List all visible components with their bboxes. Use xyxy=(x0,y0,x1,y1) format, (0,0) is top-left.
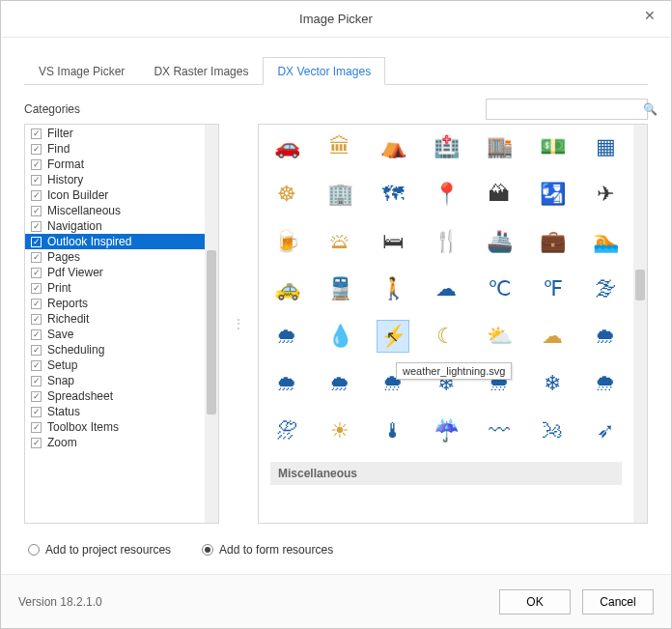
search-input[interactable] xyxy=(490,102,643,116)
walk-icon[interactable]: 🚶 xyxy=(377,272,409,305)
checkbox-icon[interactable]: ✓ xyxy=(31,252,42,263)
checkbox-icon[interactable]: ✓ xyxy=(31,314,42,325)
search-box[interactable]: 🔍 xyxy=(486,99,648,120)
checkbox-icon[interactable]: ✓ xyxy=(31,129,42,139)
partly-cloud-icon[interactable]: ⛅ xyxy=(483,320,516,353)
column-icon[interactable]: 🏛 xyxy=(323,130,356,163)
waves-icon[interactable]: 〰 xyxy=(483,415,516,447)
checkbox-icon[interactable]: ✓ xyxy=(31,190,42,201)
storm-icon[interactable]: ⛈ xyxy=(270,415,303,447)
thermometer-icon[interactable]: 🌡 xyxy=(377,415,409,447)
category-item[interactable]: ✓Format xyxy=(25,157,205,172)
checkbox-icon[interactable]: ✓ xyxy=(31,407,42,417)
category-item[interactable]: ✓Reports xyxy=(25,296,205,311)
radio-button-project[interactable] xyxy=(28,544,40,556)
mountain-icon[interactable]: 🏔 xyxy=(483,178,516,211)
taxi-icon[interactable]: 🚕 xyxy=(270,272,303,305)
tab-1[interactable]: DX Raster Images xyxy=(139,57,263,84)
checkbox-icon[interactable]: ✓ xyxy=(31,422,42,433)
checkbox-icon[interactable]: ✓ xyxy=(31,438,42,448)
icon-scrollbar[interactable] xyxy=(633,125,647,523)
tab-2[interactable]: DX Vector Images xyxy=(263,57,385,85)
categories-scrollbar[interactable] xyxy=(205,125,218,523)
reserved-icon[interactable]: ▦ xyxy=(589,130,622,163)
radio-button-form[interactable] xyxy=(202,544,213,556)
ok-button[interactable]: OK xyxy=(499,589,571,615)
checkbox-icon[interactable]: ✓ xyxy=(31,360,42,371)
checkbox-icon[interactable]: ✓ xyxy=(31,376,42,386)
icon-scroll-thumb[interactable] xyxy=(635,270,645,300)
category-item[interactable]: ✓Print xyxy=(25,280,205,296)
category-item[interactable]: ✓Status xyxy=(25,404,205,419)
snow3-icon[interactable]: ❄ xyxy=(536,367,569,400)
compass-icon[interactable]: ➶ xyxy=(589,415,622,447)
cancel-button[interactable]: Cancel xyxy=(582,589,654,615)
checkbox-icon[interactable]: ✓ xyxy=(31,299,42,309)
category-item[interactable]: ✓Icon Builder xyxy=(25,187,205,203)
splitter[interactable]: ⋮ xyxy=(235,124,242,524)
checkbox-icon[interactable]: ✓ xyxy=(31,329,42,340)
category-item[interactable]: ✓Pages xyxy=(25,249,205,265)
category-item[interactable]: ✓Richedit xyxy=(25,311,205,327)
checkbox-icon[interactable]: ✓ xyxy=(31,268,42,278)
car-icon[interactable]: 🚗 xyxy=(270,130,303,163)
icon-grid[interactable]: 🚗🏛⛺🏥🏬💵▦☸🏢🗺📍🏔🛂✈🍺🛎🛏🍴🚢💼🏊🚕🚆🚶☁℃℉🌫🌧💧⚡☾⛅☁🌧🌧🌧🌨❄🌨… xyxy=(259,125,633,523)
checkbox-icon[interactable]: ✓ xyxy=(31,206,42,216)
radio-add-form[interactable]: Add to form resources xyxy=(202,543,333,557)
wind-icon[interactable]: 🌬 xyxy=(536,415,569,447)
celsius-icon[interactable]: ℃ xyxy=(483,272,516,305)
showers-icon[interactable]: 🌧 xyxy=(323,367,356,400)
category-item[interactable]: ✓Snap xyxy=(25,373,205,388)
office-icon[interactable]: 🏢 xyxy=(323,178,356,211)
close-icon[interactable]: ✕ xyxy=(640,8,659,23)
category-item[interactable]: ✓Toolbox Items xyxy=(25,419,205,435)
category-item[interactable]: ✓Navigation xyxy=(25,218,205,234)
category-item[interactable]: ✓Save xyxy=(25,327,205,342)
checkbox-icon[interactable]: ✓ xyxy=(31,283,42,294)
ship-icon[interactable]: 🚢 xyxy=(483,225,516,258)
category-item[interactable]: ✓Filter xyxy=(25,126,205,141)
tab-0[interactable]: VS Image Picker xyxy=(24,57,139,84)
category-item[interactable]: ✓Outlook Inspired xyxy=(25,234,205,249)
hospital-icon[interactable]: 🏥 xyxy=(430,130,462,163)
drizzle-icon[interactable]: 🌧 xyxy=(270,367,303,400)
checkbox-icon[interactable]: ✓ xyxy=(31,237,42,247)
category-item[interactable]: ✓Scheduling xyxy=(25,342,205,357)
rain-heavy-icon[interactable]: 🌧 xyxy=(589,320,622,353)
hail-icon[interactable]: 🌧 xyxy=(270,320,303,353)
category-item[interactable]: ✓History xyxy=(25,172,205,187)
category-item[interactable]: ✓Spreadsheet xyxy=(25,388,205,404)
categories-scroll-thumb[interactable] xyxy=(207,250,216,415)
ship-wheel-icon[interactable]: ☸ xyxy=(270,178,303,211)
umbrella-icon[interactable]: ☔ xyxy=(430,415,462,447)
category-item[interactable]: ✓Zoom xyxy=(25,435,205,450)
category-item[interactable]: ✓Find xyxy=(25,141,205,157)
radio-add-project[interactable]: Add to project resources xyxy=(28,543,171,557)
category-item[interactable]: ✓Setup xyxy=(25,357,205,373)
moon-icon[interactable]: ☾ xyxy=(430,320,462,353)
pin-icon[interactable]: 📍 xyxy=(430,178,462,211)
store-icon[interactable]: 🏬 xyxy=(483,130,516,163)
dish-icon[interactable]: 🛎 xyxy=(323,225,356,258)
checkbox-icon[interactable]: ✓ xyxy=(31,221,42,232)
sun-icon[interactable]: ☀ xyxy=(323,415,356,447)
categories-list[interactable]: ✓Filter✓Find✓Format✓History✓Icon Builder… xyxy=(25,125,205,523)
fahrenheit-icon[interactable]: ℉ xyxy=(536,272,569,305)
category-item[interactable]: ✓Pdf Viewer xyxy=(25,265,205,280)
checkbox-icon[interactable]: ✓ xyxy=(31,175,42,186)
beer-icon[interactable]: 🍺 xyxy=(270,225,303,258)
swim-icon[interactable]: 🏊 xyxy=(589,225,622,258)
category-item[interactable]: ✓Miscellaneous xyxy=(25,203,205,218)
checkbox-icon[interactable]: ✓ xyxy=(31,159,42,170)
snow4-icon[interactable]: 🌨 xyxy=(589,367,622,400)
bed-icon[interactable]: 🛏 xyxy=(377,225,409,258)
map-icon[interactable]: 🗺 xyxy=(377,178,409,211)
search-icon[interactable]: 🔍 xyxy=(643,102,658,116)
cloud-icon[interactable]: ☁ xyxy=(430,272,462,305)
tent-icon[interactable]: ⛺ xyxy=(377,130,409,163)
fog-icon[interactable]: 🌫 xyxy=(589,272,622,305)
train-icon[interactable]: 🚆 xyxy=(323,272,356,305)
partly-cloud-night-icon[interactable]: ☁ xyxy=(536,320,569,353)
checkbox-icon[interactable]: ✓ xyxy=(31,391,42,402)
plane-icon[interactable]: ✈ xyxy=(589,178,622,211)
